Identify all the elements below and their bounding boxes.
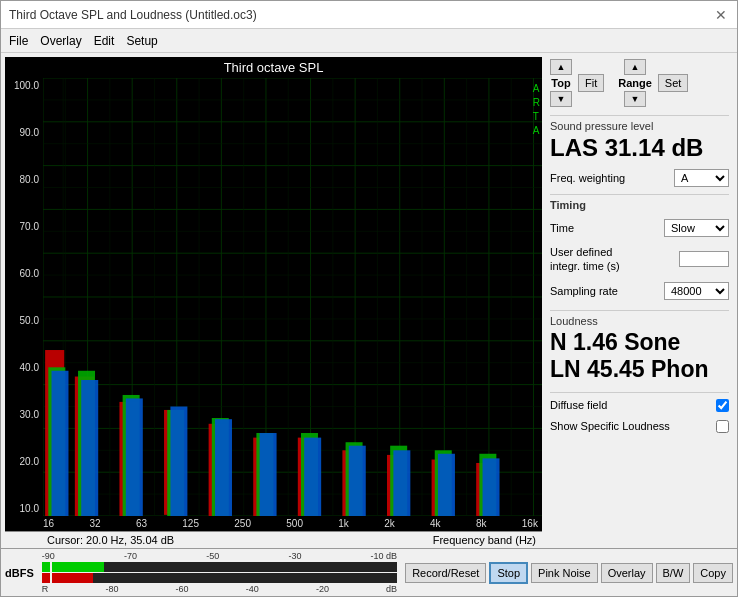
y-label-10: 10.0 (20, 503, 39, 514)
dbfs-label: dBFS (5, 567, 34, 579)
x-label-2k: 2k (384, 518, 395, 529)
arta-label: A R T A (533, 82, 540, 138)
freq-weighting-label: Freq. weighting (550, 172, 625, 184)
meter-bar-red (52, 573, 397, 583)
meter-row-green (42, 562, 397, 572)
freq-label: Frequency band (Hz) (433, 534, 536, 546)
range-down-button[interactable]: ▼ (624, 91, 646, 107)
svg-rect-71 (170, 407, 187, 517)
range-nav-group: ▲ Range ▼ (618, 59, 652, 107)
meter-bar-green (52, 562, 397, 572)
y-label-30: 30.0 (20, 409, 39, 420)
copy-button[interactable]: Copy (693, 563, 733, 583)
loudness-section: Loudness N 1.46 Sone LN 45.45 Phon (550, 315, 729, 384)
time-select[interactable]: Slow Fast Impulse (664, 219, 729, 237)
freq-weighting-select[interactable]: A B C Z (674, 169, 729, 187)
sampling-rate-row: Sampling rate 48000 44100 96000 (550, 282, 729, 300)
meter-fill-red (52, 573, 93, 583)
window-title: Third Octave SPL and Loudness (Untitled.… (9, 8, 257, 22)
meter-container: -90 -70 -50 -30 -10 dB (38, 549, 401, 596)
x-label-1k: 1k (338, 518, 349, 529)
fit-button[interactable]: Fit (578, 74, 604, 92)
chart: Third octave SPL 100.0 90.0 80.0 70.0 60… (5, 57, 542, 531)
loudness-ln-value: LN 45.45 Phon (550, 356, 729, 384)
range-label: Range (618, 77, 652, 89)
right-panel: ▲ Top ▼ ▲ Fit ▼ ▲ Range ▼ ▲ Set ▼ (542, 53, 737, 548)
chart-title: Third octave SPL (5, 57, 542, 78)
svg-rect-78 (483, 458, 500, 516)
sampling-rate-select[interactable]: 48000 44100 96000 (664, 282, 729, 300)
spl-section: Sound pressure level LAS 31.14 dB (550, 120, 729, 162)
meter-scale-bottom: R -80 -60 -40 -20 dB (42, 583, 397, 594)
svg-rect-72 (215, 419, 232, 516)
svg-rect-69 (81, 380, 98, 516)
bottom-bar: dBFS -90 -70 -50 -30 -10 dB (1, 548, 737, 596)
top-label: Top (551, 77, 570, 89)
divider-4 (550, 392, 729, 393)
svg-rect-68 (51, 371, 68, 516)
cursor-info: Cursor: 20.0 Hz, 35.04 dB (47, 534, 174, 546)
svg-rect-74 (304, 438, 321, 516)
y-labels: 100.0 90.0 80.0 70.0 60.0 50.0 40.0 30.0… (5, 78, 43, 516)
menu-overlay[interactable]: Overlay (40, 34, 81, 48)
diffuse-field-row: Diffuse field (550, 399, 729, 412)
show-specific-loudness-label: Show Specific Loudness (550, 420, 670, 432)
menu-edit[interactable]: Edit (94, 34, 115, 48)
bw-button[interactable]: B/W (656, 563, 691, 583)
show-specific-loudness-checkbox[interactable] (716, 420, 729, 433)
x-label-4k: 4k (430, 518, 441, 529)
nav-controls: ▲ Top ▼ ▲ Fit ▼ ▲ Range ▼ ▲ Set ▼ (550, 59, 729, 107)
y-label-70: 70.0 (20, 221, 39, 232)
x-label-125: 125 (182, 518, 199, 529)
x-axis: 16 32 63 125 250 500 1k 2k 4k 8k 16k (5, 516, 542, 531)
loudness-label: Loudness (550, 315, 729, 327)
time-label: Time (550, 222, 574, 234)
top-nav-group: ▲ Top ▼ (550, 59, 572, 107)
divider-3 (550, 310, 729, 311)
freq-weighting-row: Freq. weighting A B C Z (550, 169, 729, 187)
close-button[interactable]: ✕ (713, 7, 729, 23)
chart-plot: dB A R T A (43, 78, 542, 516)
diffuse-field-label: Diffuse field (550, 399, 607, 411)
y-label-100: 100.0 (14, 80, 39, 91)
timing-label: Timing (550, 199, 729, 211)
record-reset-button[interactable]: Record/Reset (405, 563, 486, 583)
spl-value: LAS 31.14 dB (550, 134, 729, 162)
range-up-button[interactable]: ▲ (624, 59, 646, 75)
overlay-button[interactable]: Overlay (601, 563, 653, 583)
chart-container: Third octave SPL 100.0 90.0 80.0 70.0 60… (5, 57, 542, 548)
meter-scale-top: -90 -70 -50 -30 -10 dB (42, 551, 397, 562)
x-label-8k: 8k (476, 518, 487, 529)
y-label-80: 80.0 (20, 174, 39, 185)
set-button[interactable]: Set (658, 74, 689, 92)
chart-svg (43, 78, 542, 516)
divider-1 (550, 115, 729, 116)
action-buttons: Record/Reset Stop Pink Noise Overlay B/W… (401, 549, 737, 596)
x-label-16k: 16k (522, 518, 538, 529)
chart-body: 100.0 90.0 80.0 70.0 60.0 50.0 40.0 30.0… (5, 78, 542, 516)
meter-color-green (42, 562, 50, 572)
spl-section-label: Sound pressure level (550, 120, 729, 132)
top-down-button[interactable]: ▼ (550, 91, 572, 107)
main-window: Third Octave SPL and Loudness (Untitled.… (0, 0, 738, 597)
time-row: Time Slow Fast Impulse (550, 219, 729, 237)
user-defined-input[interactable]: 10 (679, 251, 729, 267)
menu-file[interactable]: File (9, 34, 28, 48)
x-label-16: 16 (43, 518, 54, 529)
x-label-250: 250 (234, 518, 251, 529)
set-nav-group: ▲ Set ▼ (658, 60, 689, 106)
x-label-500: 500 (286, 518, 303, 529)
y-axis: 100.0 90.0 80.0 70.0 60.0 50.0 40.0 30.0… (5, 78, 43, 516)
stop-button[interactable]: Stop (489, 562, 528, 584)
x-label-63: 63 (136, 518, 147, 529)
meter-color-red (42, 573, 50, 583)
svg-rect-73 (260, 433, 277, 516)
menu-setup[interactable]: Setup (126, 34, 157, 48)
top-up-button[interactable]: ▲ (550, 59, 572, 75)
diffuse-field-checkbox[interactable] (716, 399, 729, 412)
user-defined-row: User definedintegr. time (s) 10 (550, 245, 729, 274)
dbfs-label-container: dBFS (1, 549, 38, 596)
y-label-50: 50.0 (20, 315, 39, 326)
meter-fill-green (52, 562, 104, 572)
pink-noise-button[interactable]: Pink Noise (531, 563, 598, 583)
